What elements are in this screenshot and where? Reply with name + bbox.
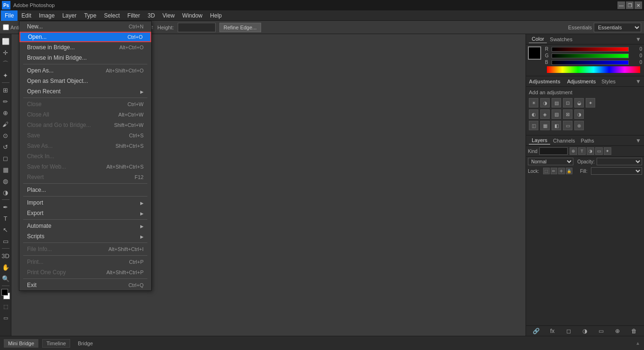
adj-icon-brightness[interactable]: ☀ — [529, 98, 538, 108]
tool-zoom[interactable]: 🔍 — [0, 273, 11, 284]
menu-3d[interactable]: 3D — [144, 10, 158, 21]
adj-panel-collapse[interactable]: ▼ — [635, 78, 641, 85]
tool-color-box[interactable] — [0, 289, 11, 299]
adj-icon-vibrance[interactable]: ◒ — [574, 98, 584, 108]
menuitem-import[interactable]: Import — [19, 197, 151, 208]
menu-type[interactable]: Type — [80, 10, 100, 21]
new-layer-icon[interactable]: ⊕ — [613, 327, 622, 335]
tool-lasso[interactable]: ⌒ — [0, 59, 11, 69]
blend-mode-select[interactable]: Normal — [528, 158, 573, 165]
tool-dodge[interactable]: ◑ — [0, 187, 11, 197]
menuitem-new[interactable]: New... Ctrl+N — [19, 21, 151, 32]
opacity-select[interactable] — [597, 158, 642, 165]
tool-crop[interactable]: ⊞ — [0, 85, 11, 95]
restore-btn[interactable]: ❐ — [626, 1, 634, 9]
menu-file[interactable]: File — [1, 10, 18, 21]
tool-clone[interactable]: ⊙ — [0, 130, 11, 141]
color-spectrum-bar[interactable] — [547, 66, 640, 73]
menuitem-open-as[interactable]: Open As... Alt+Shift+Ctrl+O — [19, 65, 151, 76]
delete-layer-icon[interactable]: 🗑 — [630, 327, 638, 335]
tool-type[interactable]: T — [0, 213, 11, 224]
height-input[interactable] — [178, 23, 216, 32]
adj-icon-channelmixer[interactable]: ⊠ — [563, 109, 572, 119]
minimize-btn[interactable]: — — [617, 1, 625, 9]
tool-3d[interactable]: 3D — [0, 251, 11, 261]
slider-g-track[interactable] — [552, 54, 629, 58]
adj-icon-posterize[interactable]: ▦ — [540, 121, 550, 130]
layer-mask-icon[interactable]: ◻ — [564, 327, 573, 335]
adj-icon-selectivecolor[interactable]: ⊗ — [574, 121, 584, 130]
adj-icon-invert[interactable]: ◫ — [529, 121, 538, 130]
filter-adj-icon[interactable]: T — [578, 147, 586, 155]
tab-swatches[interactable]: Swatches — [547, 36, 575, 43]
tool-screen-mode[interactable]: ▭ — [0, 313, 11, 323]
tool-eraser[interactable]: ◻ — [0, 153, 11, 163]
fg-color-swatch[interactable] — [1, 289, 8, 296]
tool-pen[interactable]: ✒ — [0, 202, 11, 212]
link-layers-icon[interactable]: 🔗 — [532, 327, 540, 335]
title-bar-controls[interactable]: — ❐ ✕ — [617, 1, 642, 9]
new-adj-layer-icon[interactable]: ◑ — [581, 327, 589, 335]
tab-color[interactable]: Color — [529, 35, 547, 43]
tool-gradient[interactable]: ▦ — [0, 164, 11, 175]
menuitem-browse-bridge[interactable]: Browse in Bridge... Alt+Ctrl+O — [19, 42, 151, 53]
lock-position-icon[interactable]: ✛ — [558, 168, 565, 174]
menuitem-browse-mini[interactable]: Browse in Mini Bridge... — [19, 53, 151, 63]
tool-healing[interactable]: ⊕ — [0, 108, 11, 118]
refine-edge-btn[interactable]: Refine Edge... — [219, 23, 261, 32]
lock-transparent-icon[interactable]: ⬚ — [543, 168, 550, 174]
tool-marquee[interactable]: ⬜ — [0, 36, 11, 46]
workspace-select[interactable]: Essentials — [594, 23, 641, 32]
tab-styles[interactable]: Styles — [599, 78, 618, 85]
menuitem-export[interactable]: Export — [19, 208, 151, 218]
tool-move[interactable]: ✛ — [0, 47, 11, 58]
adj-icon-colorlookup[interactable]: ◑ — [574, 109, 584, 119]
color-main-swatch[interactable] — [528, 46, 541, 60]
adj-icon-curves[interactable]: ▤ — [552, 98, 561, 108]
filter-shape-icon[interactable]: ▭ — [595, 147, 603, 155]
tab-layers[interactable]: Layers — [529, 136, 550, 144]
fill-select[interactable] — [591, 167, 642, 175]
new-group-icon[interactable]: ▭ — [597, 327, 606, 335]
tab-timeline[interactable]: Timeline — [42, 339, 70, 348]
antialias-checkbox[interactable] — [3, 24, 9, 30]
tool-hand[interactable]: ✋ — [0, 262, 11, 272]
adj-icon-hsl[interactable]: ✦ — [586, 98, 595, 108]
lock-all-icon[interactable]: 🔒 — [566, 168, 572, 174]
menu-image[interactable]: Image — [35, 10, 58, 21]
tab-mini-bridge[interactable]: Mini Bridge — [4, 339, 38, 348]
slider-b-track[interactable] — [552, 60, 629, 65]
menu-view[interactable]: View — [159, 10, 179, 21]
menuitem-exit[interactable]: Exit Ctrl+Q — [19, 280, 151, 290]
tool-shape[interactable]: ▭ — [0, 236, 11, 246]
menu-help[interactable]: Help — [206, 10, 226, 21]
tool-brush[interactable]: 🖌 — [0, 119, 11, 129]
lock-pixels-icon[interactable]: ✏ — [551, 168, 557, 174]
layers-panel-collapse[interactable]: ▼ — [635, 137, 641, 144]
tool-quick-mask[interactable]: ⬚ — [0, 301, 11, 312]
menuitem-open[interactable]: Open... Ctrl+O — [19, 32, 151, 42]
menu-window[interactable]: Window — [179, 10, 207, 21]
filter-type-icon[interactable]: ◑ — [587, 147, 594, 155]
close-btn[interactable]: ✕ — [635, 1, 642, 9]
adj-icon-photofilter[interactable]: ▧ — [552, 109, 561, 119]
tool-magic-wand[interactable]: ✦ — [0, 70, 11, 81]
filter-pixel-icon[interactable]: ⊕ — [570, 147, 577, 155]
menu-filter[interactable]: Filter — [124, 10, 144, 21]
menu-edit[interactable]: Edit — [18, 10, 35, 21]
menuitem-open-smart[interactable]: Open as Smart Object... — [19, 76, 151, 86]
bottom-expand-icon[interactable]: ▲ — [635, 341, 640, 346]
menuitem-open-recent[interactable]: Open Recent — [19, 86, 151, 97]
menu-layer[interactable]: Layer — [58, 10, 80, 21]
menuitem-automate[interactable]: Automate — [19, 221, 151, 231]
adj-icon-levels[interactable]: ◑ — [540, 98, 550, 108]
slider-r-track[interactable] — [552, 47, 629, 52]
tool-eyedropper[interactable]: ✏ — [0, 96, 11, 107]
adj-icon-bw[interactable]: ◈ — [540, 109, 550, 119]
tab-channels[interactable]: Channels — [550, 137, 578, 144]
tab-adjustments[interactable]: Adjustments — [564, 78, 599, 85]
menuitem-place[interactable]: Place... — [19, 185, 151, 195]
tab-paths[interactable]: Paths — [578, 137, 597, 144]
tool-history[interactable]: ↺ — [0, 142, 11, 152]
layers-kind-filter[interactable] — [539, 147, 568, 155]
